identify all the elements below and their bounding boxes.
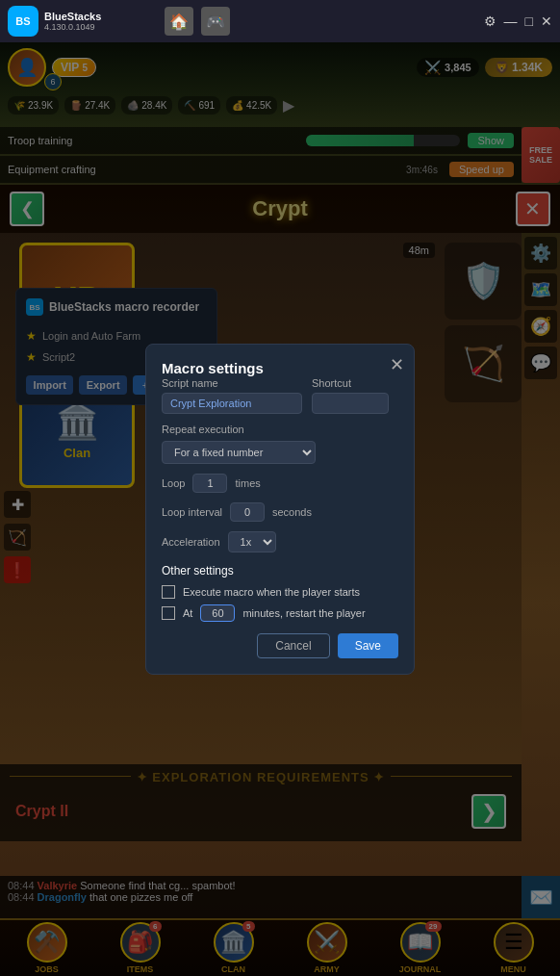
window-controls: ⚙ — □ ✕ <box>484 13 552 29</box>
app-name: BlueStacks <box>44 11 101 22</box>
interval-row: Loop interval seconds <box>162 502 398 522</box>
shortcut-label: Shortcut <box>312 377 398 389</box>
cancel-button[interactable]: Cancel <box>257 633 329 658</box>
loop-times-label: times <box>235 477 260 489</box>
game-icon[interactable]: 🎮 <box>201 7 230 36</box>
close-button[interactable]: ✕ <box>541 13 552 29</box>
shortcut-input[interactable] <box>312 393 389 414</box>
restart-suffix-label: minutes, restart the player <box>242 607 365 619</box>
loop-row: Loop times <box>162 474 398 493</box>
loop-label: Loop <box>162 477 185 489</box>
loop-count-input[interactable] <box>192 474 227 493</box>
acceleration-select[interactable]: 1x 2x 4x 8x <box>228 531 276 552</box>
modal-overlay: Macro settings ✕ Script name Shortcut Re… <box>0 42 560 976</box>
execute-macro-checkbox[interactable] <box>162 585 175 599</box>
other-settings-label: Other settings <box>162 564 398 578</box>
acceleration-row: Acceleration 1x 2x 4x 8x <box>162 531 398 552</box>
script-name-label: Script name <box>162 377 302 389</box>
settings-icon[interactable]: ⚙ <box>484 13 496 29</box>
script-name-row: Script name Shortcut <box>162 377 398 414</box>
home-icon[interactable]: 🏠 <box>165 7 193 36</box>
save-button[interactable]: Save <box>338 633 398 658</box>
modal-footer: Cancel Save <box>162 633 398 658</box>
repeat-execution-select[interactable]: For a fixed number Infinite Until condit… <box>162 441 316 464</box>
maximize-button[interactable]: □ <box>525 13 533 29</box>
restart-at-label: At <box>183 607 192 619</box>
restart-minutes-input[interactable] <box>200 604 235 622</box>
interval-label: Loop interval <box>162 506 222 518</box>
acceleration-label: Acceleration <box>162 536 220 548</box>
modal-close-button[interactable]: ✕ <box>390 354 404 375</box>
game-area: 👤 6 VIP 5 ⚔️ 3,845 🦁 1.34K 🌾 23.9K 🪵 <box>0 42 560 976</box>
repeat-execution-label: Repeat execution <box>162 424 398 435</box>
interval-input[interactable] <box>230 502 265 522</box>
macro-settings-modal: Macro settings ✕ Script name Shortcut Re… <box>145 344 415 675</box>
seconds-label: seconds <box>272 506 312 518</box>
minimize-button[interactable]: — <box>504 13 518 29</box>
title-bar: BS BlueStacks 4.130.0.1049 🏠 🎮 ⚙ — □ ✕ <box>0 0 560 42</box>
execute-macro-row: Execute macro when the player starts <box>162 585 398 599</box>
restart-player-row: At minutes, restart the player <box>162 604 398 622</box>
restart-player-checkbox[interactable] <box>162 606 175 620</box>
execute-macro-label: Execute macro when the player starts <box>183 586 360 598</box>
modal-title: Macro settings <box>162 360 264 376</box>
app-version: 4.130.0.1049 <box>44 22 101 32</box>
script-name-input[interactable] <box>162 393 302 414</box>
app-logo: BS <box>8 6 38 37</box>
